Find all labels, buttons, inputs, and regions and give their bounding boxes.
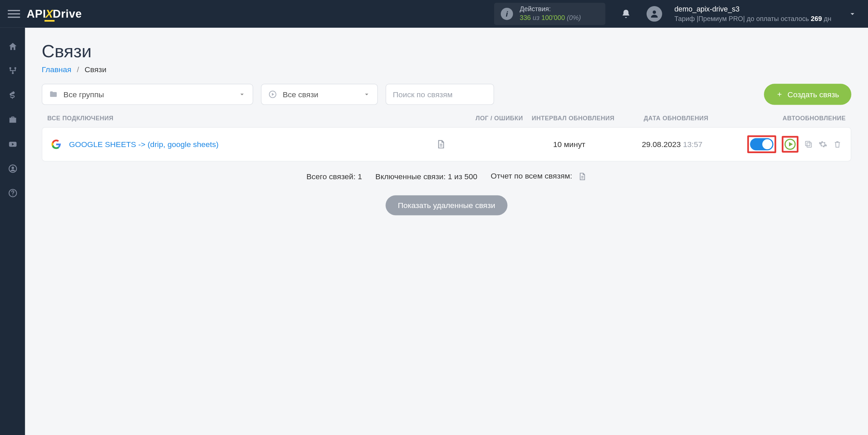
highlight-run (782, 136, 798, 152)
app-header: APIXDrive i Действия: 336 из 100'000 (0%… (0, 0, 868, 28)
chevron-down-icon[interactable] (848, 9, 857, 18)
user-avatar-icon[interactable] (647, 6, 662, 22)
col-interval: Интервал обновления (523, 115, 623, 122)
log-icon[interactable] (436, 139, 519, 149)
folder-icon (49, 90, 58, 99)
notifications-icon[interactable] (621, 9, 631, 19)
highlight-toggle (747, 136, 776, 153)
summary-report: Отчет по всем связям: (491, 171, 572, 180)
search-input-wrapper (386, 84, 494, 105)
chevron-down-icon (238, 90, 246, 98)
chevron-down-icon (363, 90, 371, 98)
actions-counter[interactable]: i Действия: 336 из 100'000 (0%) (494, 3, 605, 25)
sidebar (0, 28, 25, 435)
tariff-line: Тариф |Премиум PRO| до оплаты осталось 2… (674, 14, 841, 23)
summary-enabled: Включенные связи: 1 из 500 (375, 172, 477, 181)
group-select-label: Все группы (63, 90, 104, 99)
report-icon[interactable] (578, 172, 587, 181)
svg-point-6 (11, 167, 14, 169)
svg-rect-3 (12, 72, 13, 74)
svg-rect-2 (14, 67, 16, 69)
main-content: Связи Главная / Связи Все группы (25, 28, 868, 435)
table-header: Все подключения Лог / Ошибки Интервал об… (42, 115, 851, 127)
actions-label: Действия: (520, 5, 581, 14)
summary-line: Всего связей: 1 Включенные связи: 1 из 5… (42, 171, 851, 181)
col-connections: Все подключения (47, 115, 439, 122)
breadcrumb: Главная / Связи (42, 65, 851, 74)
col-log: Лог / Ошибки (439, 115, 523, 122)
sidebar-item-account[interactable] (0, 159, 25, 179)
table-row: GOOGLE SHEETS -> (drip, google sheets) 1… (42, 128, 851, 161)
svg-rect-11 (806, 141, 810, 146)
actions-sep: из (533, 14, 539, 22)
info-icon: i (501, 8, 513, 20)
toolbar: Все группы Все связи (42, 84, 851, 105)
create-connection-button[interactable]: Создать связь (764, 84, 851, 105)
actions-pct: (0%) (567, 14, 581, 22)
svg-rect-10 (807, 143, 811, 147)
autoupdate-toggle[interactable] (750, 138, 773, 150)
plus-icon (776, 91, 783, 98)
show-deleted-button[interactable]: Показать удаленные связи (386, 195, 508, 215)
trash-icon[interactable] (833, 140, 842, 149)
menu-toggle[interactable] (8, 8, 20, 20)
summary-total: Всего связей: 1 (307, 172, 362, 181)
interval-value: 10 минут (519, 140, 619, 149)
page-title: Связи (42, 41, 851, 62)
status-select-label: Все связи (283, 90, 318, 99)
play-icon (268, 90, 277, 99)
breadcrumb-current: Связи (84, 65, 106, 74)
sidebar-item-billing[interactable] (0, 85, 25, 105)
user-menu[interactable]: demo_apix-drive_s3 Тариф |Премиум PRO| д… (674, 4, 841, 23)
breadcrumb-home[interactable]: Главная (42, 65, 71, 74)
copy-icon[interactable] (804, 140, 813, 149)
sidebar-item-connections[interactable] (0, 61, 25, 81)
gear-icon[interactable] (818, 140, 827, 149)
status-select[interactable]: Все связи (261, 84, 378, 105)
connections-list: GOOGLE SHEETS -> (drip, google sheets) 1… (42, 127, 851, 162)
run-now-button[interactable] (785, 139, 796, 150)
search-input[interactable] (393, 90, 487, 99)
sidebar-item-home[interactable] (0, 37, 25, 57)
actions-used: 336 (520, 14, 531, 22)
group-select[interactable]: Все группы (42, 84, 253, 105)
date-value: 29.08.2023 13:57 (619, 140, 725, 149)
svg-point-0 (653, 11, 656, 14)
logo[interactable]: APIXDrive (27, 7, 82, 20)
sidebar-item-video[interactable] (0, 134, 25, 154)
sidebar-item-help[interactable] (0, 183, 25, 203)
google-icon (51, 139, 61, 149)
svg-point-8 (12, 194, 13, 195)
svg-rect-1 (9, 67, 11, 69)
username: demo_apix-drive_s3 (674, 4, 841, 14)
actions-total: 100'000 (541, 14, 565, 22)
sidebar-item-briefcase[interactable] (0, 110, 25, 130)
col-auto: Автообновление (729, 115, 846, 122)
connection-link[interactable]: GOOGLE SHEETS -> (drip, google sheets) (69, 140, 218, 149)
col-date: Дата обновления (623, 115, 729, 122)
create-button-label: Создать связь (788, 90, 839, 99)
